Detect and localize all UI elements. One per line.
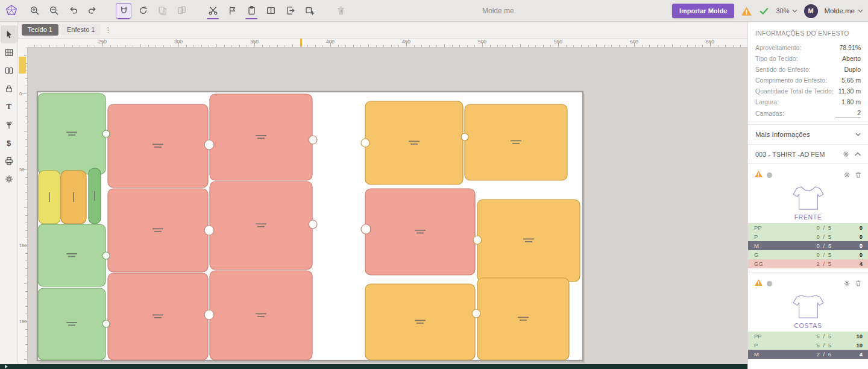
size-row[interactable]: PP0 / 50 [748, 223, 868, 232]
pattern-piece[interactable] [38, 224, 105, 286]
tab-enfesto[interactable]: Enfesto 1 [61, 24, 101, 36]
print-tool-button[interactable] [1, 152, 17, 170]
add-marker-button[interactable] [301, 3, 317, 19]
pattern-piece[interactable] [365, 189, 475, 275]
plant-nest-tool-button[interactable] [1, 116, 17, 134]
pattern-piece[interactable] [108, 104, 208, 188]
piece-thumbnail [748, 181, 868, 213]
size-row[interactable]: G0 / 50 [748, 250, 868, 259]
pages-button[interactable] [263, 3, 278, 19]
piece-notch [361, 224, 371, 234]
import-molde-button[interactable]: Importar Molde [672, 4, 734, 18]
piece-card: FRENTEPP0 / 50P0 / 50M0 / 60G0 / 50GG2 /… [748, 164, 868, 268]
avatar[interactable]: M [804, 4, 818, 18]
pattern-piece[interactable] [108, 189, 208, 272]
piece-notch [309, 220, 317, 229]
play-icon[interactable] [5, 365, 8, 368]
info-row: Sentido do Enfesto:Duplo [748, 64, 868, 75]
marker-grid-tool-button[interactable] [1, 43, 17, 62]
more-info-label: Mais Informações [755, 131, 810, 138]
tab-menu-button[interactable]: ⋮ [102, 26, 113, 34]
gear-icon[interactable] [842, 150, 850, 158]
size-count: 10 [847, 342, 868, 348]
account-menu[interactable]: Molde.me [825, 7, 864, 14]
pattern-piece[interactable] [210, 181, 312, 270]
zoom-level-dropdown[interactable]: 30% [776, 7, 797, 14]
piece-settings-button[interactable] [843, 171, 851, 178]
piece-thumbnail [748, 290, 868, 321]
piece-notch [102, 320, 110, 327]
piece-settings-button[interactable] [843, 280, 851, 287]
camadas-row: Camadas: 2 [748, 107, 868, 119]
rotate-button[interactable] [135, 3, 151, 19]
chevron-up-icon[interactable] [855, 152, 861, 156]
settings-tool-button[interactable] [1, 170, 17, 188]
marker-svg[interactable] [28, 47, 747, 364]
size-label: M [748, 242, 775, 249]
size-count: 4 [847, 260, 868, 267]
info-row: Comprimento do Enfesto:5,65 m [748, 75, 868, 86]
tab-tecido[interactable]: Tecido 1 [22, 24, 58, 36]
warning-icon[interactable] [741, 6, 752, 16]
scissors-tool-button[interactable] [205, 3, 221, 19]
pattern-piece[interactable] [38, 288, 105, 360]
export-button[interactable] [282, 3, 298, 19]
pattern-piece[interactable] [210, 94, 312, 180]
pattern-piece[interactable] [477, 278, 569, 360]
undo-button[interactable] [65, 3, 81, 19]
piece-card: COSTASPP5 / 510P5 / 510M2 / 64 [748, 272, 868, 359]
pattern-piece[interactable] [210, 271, 312, 360]
size-table: PP5 / 510P5 / 510M2 / 64 [748, 332, 868, 359]
size-ratio: 2 / 6 [817, 351, 848, 358]
ruler-number: 100 [19, 243, 27, 248]
camadas-input[interactable]: 2 [835, 109, 861, 118]
text-tool-button[interactable]: T [1, 98, 17, 116]
size-row[interactable]: P5 / 510 [748, 341, 868, 350]
lock-tool-button[interactable] [1, 80, 17, 98]
size-row[interactable]: P0 / 50 [748, 232, 868, 241]
redo-button[interactable] [84, 3, 100, 19]
size-row[interactable]: M0 / 60 [748, 241, 868, 250]
size-row[interactable]: M2 / 64 [748, 350, 868, 359]
size-ratio: 0 / 6 [817, 242, 848, 249]
ruler-number: 300 [174, 39, 183, 45]
size-row[interactable]: GG2 / 54 [748, 259, 868, 268]
canvas-viewport[interactable] [28, 47, 747, 364]
pattern-piece[interactable] [465, 104, 567, 180]
bottom-bar [0, 364, 747, 369]
pattern-piece[interactable] [38, 93, 105, 174]
app-logo-icon [5, 4, 18, 17]
status-dot-icon [767, 172, 772, 178]
piece-delete-button[interactable] [855, 171, 862, 178]
size-row[interactable]: PP5 / 510 [748, 332, 868, 341]
piece-name: COSTAS [748, 321, 868, 332]
pattern-piece[interactable] [365, 101, 463, 184]
measure-flag-button[interactable] [224, 3, 240, 19]
duplicate-button [174, 3, 189, 19]
pattern-piece[interactable] [365, 284, 475, 360]
ruler-number: 450 [402, 39, 410, 45]
size-ratio: 0 / 5 [817, 233, 848, 240]
more-info-button[interactable]: Mais Informações [748, 124, 868, 145]
info-value: Duplo [844, 66, 861, 73]
top-toolbar: Molde me Importar Molde 30% M Molde.me [0, 0, 868, 22]
zoom-out-button[interactable] [46, 3, 61, 19]
cost-tool-button[interactable]: $ [1, 134, 17, 152]
info-label: Comprimento do Enfesto: [755, 77, 827, 84]
zoom-in-button[interactable] [27, 3, 42, 19]
model-section-header[interactable]: 003 - TSHIRT -AD FEM [748, 145, 868, 164]
chevron-down-icon [855, 133, 861, 136]
clipboard-tool-button[interactable] [244, 3, 259, 19]
size-label: P [748, 342, 775, 348]
info-label: Quantidade Total de Tecido: [755, 87, 834, 95]
select-tool-button[interactable] [1, 25, 17, 43]
sheet-tabbar: Tecido 1 Enfesto 1 ⋮ [18, 22, 747, 39]
ruler-corner [18, 39, 28, 47]
piece-delete-button[interactable] [855, 280, 862, 287]
pieces-tool-button[interactable] [1, 62, 17, 80]
magnet-tool-button[interactable] [116, 3, 131, 19]
ruler-number: 50 [19, 167, 24, 172]
pattern-piece[interactable] [108, 273, 208, 360]
pattern-piece[interactable] [477, 200, 580, 282]
left-tool-rail: T $ [0, 22, 18, 364]
